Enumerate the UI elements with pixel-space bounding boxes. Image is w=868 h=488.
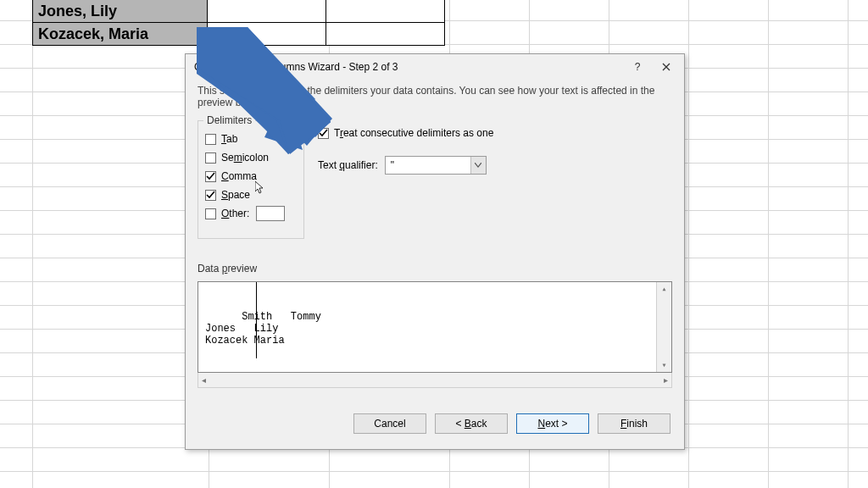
text-to-columns-dialog: Convert Text to Columns Wizard - Step 2 …: [185, 53, 685, 450]
checkbox-icon[interactable]: [205, 134, 216, 145]
back-button[interactable]: < Back: [435, 413, 508, 434]
checkbox-semicolon[interactable]: Semicolon: [205, 150, 297, 165]
button-row: Cancel < Back Next > Finish: [186, 413, 684, 439]
chevron-down-icon: [470, 157, 486, 174]
column-separator: [256, 282, 257, 358]
scrollbar-horizontal[interactable]: ◂▸: [198, 373, 672, 388]
cell-blank[interactable]: [208, 23, 326, 46]
delimiters-legend: Delimiters: [203, 114, 255, 126]
cell-name[interactable]: Jones, Lily: [33, 0, 208, 23]
delimiters-fieldset: Delimiters Tab Semicolon Comma Space Oth…: [198, 120, 304, 239]
close-button[interactable]: [652, 57, 681, 77]
checkbox-space[interactable]: Space: [205, 187, 297, 202]
cancel-button[interactable]: Cancel: [353, 413, 426, 434]
checkbox-treat-consecutive[interactable]: Treat consecutive delimiters as one: [318, 127, 493, 139]
checkbox-other[interactable]: Other:: [205, 206, 297, 221]
checkbox-icon[interactable]: [205, 152, 216, 164]
other-delimiter-input[interactable]: [256, 206, 285, 221]
finish-button[interactable]: Finish: [598, 413, 670, 434]
combo-value: ": [391, 159, 394, 171]
intro-text: This screen lets you set the delimiters …: [186, 80, 684, 117]
text-qualifier-combo[interactable]: ": [385, 156, 487, 175]
checkbox-comma[interactable]: Comma: [205, 169, 297, 184]
checkbox-label: Space: [221, 189, 250, 201]
selection-handle[interactable]: [204, 42, 210, 47]
close-icon: [662, 63, 670, 71]
titlebar[interactable]: Convert Text to Columns Wizard - Step 2 …: [186, 54, 684, 80]
cell-blank[interactable]: [326, 23, 445, 46]
checkbox-icon[interactable]: [205, 190, 216, 201]
data-table: Jones, Lily Kozacek, Maria: [32, 0, 445, 46]
dialog-title: Convert Text to Columns Wizard - Step 2 …: [194, 61, 623, 73]
checkbox-label: Other:: [221, 208, 249, 219]
mouse-cursor-icon: [255, 181, 265, 195]
table-row[interactable]: Jones, Lily: [33, 0, 445, 23]
scrollbar-vertical[interactable]: ▴▾: [656, 282, 671, 372]
cell-blank[interactable]: [326, 0, 445, 23]
checkbox-label: Tab: [221, 133, 237, 145]
data-preview-label: Data preview: [198, 263, 257, 274]
delimiter-options: Treat consecutive delimiters as one Text…: [318, 127, 493, 175]
scroll-up-icon: ▴: [661, 284, 666, 294]
checkbox-icon[interactable]: [205, 171, 216, 182]
checkbox-label: Semicolon: [221, 152, 269, 164]
checkbox-icon[interactable]: [205, 208, 216, 219]
table-row[interactable]: Kozacek, Maria: [33, 23, 445, 46]
next-button[interactable]: Next >: [516, 413, 589, 434]
checkbox-tab[interactable]: Tab: [205, 131, 297, 147]
checkbox-icon[interactable]: [318, 128, 329, 139]
checkbox-label: Treat consecutive delimiters as one: [334, 127, 493, 139]
cell-name[interactable]: Kozacek, Maria: [33, 23, 208, 46]
preview-text: Smith Tommy Jones Lily Kozacek Maria: [205, 311, 321, 347]
cell-blank[interactable]: [208, 0, 326, 23]
scroll-left-icon: ◂: [202, 375, 206, 385]
scroll-right-icon: ▸: [664, 375, 668, 385]
text-qualifier-label: Text qualifier:: [318, 159, 378, 171]
data-preview: Smith Tommy Jones Lily Kozacek Maria ▴▾: [198, 281, 672, 373]
scroll-down-icon: ▾: [661, 360, 666, 370]
checkbox-label: Comma: [221, 170, 257, 182]
help-button[interactable]: ?: [623, 57, 652, 77]
text-qualifier-row: Text qualifier: ": [318, 156, 493, 175]
